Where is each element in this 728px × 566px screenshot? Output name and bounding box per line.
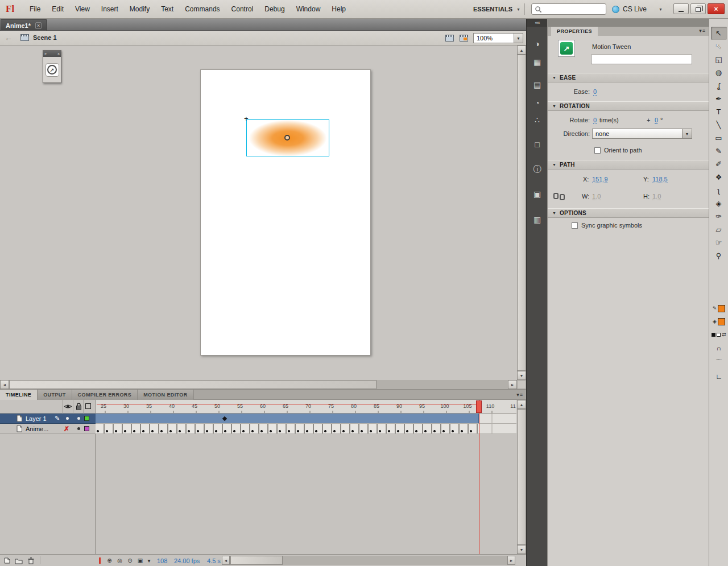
timeline-hscroll-thumb[interactable]: [230, 556, 283, 565]
pencil-tool[interactable]: ✎: [711, 144, 727, 158]
minimize-button[interactable]: [673, 3, 689, 14]
stage-hscroll-thumb[interactable]: [9, 380, 377, 389]
modify-markers-button[interactable]: ▾: [146, 556, 152, 565]
stage-vscroll-thumb[interactable]: [517, 55, 526, 371]
menu-edit[interactable]: Edit: [46, 0, 69, 18]
menu-window[interactable]: Window: [291, 0, 326, 18]
scroll-left-button[interactable]: ◄: [0, 380, 9, 389]
zoom-control[interactable]: 100% ▼: [473, 33, 523, 43]
deco-tool[interactable]: ❖: [711, 171, 727, 184]
menu-text[interactable]: Text: [155, 0, 179, 18]
scroll-down-button[interactable]: ▼: [517, 371, 526, 380]
timeline-vscroll-thumb[interactable]: [517, 409, 526, 545]
hand-tool[interactable]: ☞: [711, 236, 727, 249]
swap-colors-icon[interactable]: ⇄: [722, 332, 726, 337]
snap-to-objects-button[interactable]: ∩: [712, 342, 726, 354]
outline-color-column-icon[interactable]: [85, 403, 91, 409]
pen-tool[interactable]: ✒: [711, 92, 727, 105]
fill-color-control[interactable]: ◈: [713, 316, 725, 327]
chevron-down-icon[interactable]: ▼: [659, 7, 663, 11]
direction-dropdown[interactable]: none ▼: [592, 129, 692, 139]
edit-multiple-frames-button[interactable]: ▣: [135, 556, 145, 565]
layer-name[interactable]: Anime...: [26, 425, 48, 432]
timeline-tab-compiler-errors[interactable]: COMPILER ERRORS: [72, 390, 138, 400]
anime-layer-frames[interactable]: [96, 424, 516, 434]
fill-color-swatch[interactable]: [718, 318, 725, 325]
center-frame-button[interactable]: ⊕: [105, 556, 114, 565]
panel-menu-icon[interactable]: ▾≡: [516, 392, 523, 398]
scroll-up-button[interactable]: ▲: [517, 46, 526, 55]
lock-icon[interactable]: [76, 403, 82, 410]
bone-tool[interactable]: ʅ: [711, 184, 727, 197]
lock-dot[interactable]: [77, 427, 80, 430]
straighten-option-button[interactable]: ∟: [712, 371, 726, 382]
smooth-option-button[interactable]: ⌒: [712, 357, 726, 368]
edit-scene-icon[interactable]: [460, 35, 468, 42]
tween-name-input[interactable]: [591, 55, 692, 64]
breadcrumb[interactable]: Scene 1: [20, 34, 57, 41]
edit-symbols-icon[interactable]: [445, 35, 454, 42]
delete-layer-button[interactable]: [26, 556, 36, 565]
timeline-tab-output[interactable]: OUTPUT: [38, 390, 72, 400]
section-header-ease[interactable]: ▼ EASE: [548, 73, 709, 82]
workspace-switcher[interactable]: ESSENTIALS ▼: [473, 0, 520, 18]
layer-hidden-x-icon[interactable]: ✗: [64, 425, 69, 433]
link-dimensions-icon[interactable]: [553, 193, 566, 200]
layer-row-layer1[interactable]: Layer 1 ✎: [0, 414, 96, 424]
onion-skin-outlines-button[interactable]: ⊙: [125, 556, 135, 565]
w-value[interactable]: 1.0: [592, 193, 601, 200]
new-folder-button[interactable]: [14, 556, 23, 565]
code-snippets-panel-icon[interactable]: ▤: [527, 77, 548, 92]
mini-panel-button[interactable]: ↗: [46, 63, 59, 77]
visibility-dot[interactable]: [66, 417, 69, 420]
zoom-tool[interactable]: ⚲: [711, 249, 727, 262]
stage-pasteboard[interactable]: + » × ↗: [0, 46, 517, 380]
eraser-tool[interactable]: ▱: [711, 223, 727, 236]
rotate-angle-value[interactable]: 0: [655, 117, 658, 124]
x-value[interactable]: 151.9: [592, 176, 608, 183]
mini-panel-header[interactable]: » ×: [43, 51, 61, 57]
transform-point[interactable]: [284, 135, 290, 141]
3d-rotation-tool[interactable]: ◍: [711, 66, 727, 79]
info-panel-icon[interactable]: ⓘ: [527, 162, 548, 177]
components-panel-icon[interactable]: ∴: [527, 113, 548, 127]
restore-button[interactable]: [690, 3, 706, 14]
chevron-down-icon[interactable]: ▼: [682, 129, 692, 138]
back-arrow-icon[interactable]: ←: [5, 33, 13, 42]
expand-panels-button[interactable]: ««: [527, 19, 548, 27]
timeline-tab-motion-editor[interactable]: MOTION EDITOR: [138, 390, 194, 400]
document-tab[interactable]: Anime1* ×: [1, 19, 47, 31]
layer-row-anime[interactable]: Anime... ✗: [0, 424, 96, 434]
lasso-tool[interactable]: ʆ: [711, 79, 727, 92]
color-panel-icon[interactable]: ◑: [527, 36, 548, 51]
rotate-count-value[interactable]: 0: [593, 117, 597, 124]
paint-bucket-tool[interactable]: ◈: [711, 197, 727, 210]
no-color-icon[interactable]: [717, 333, 721, 337]
menu-control[interactable]: Control: [226, 0, 259, 18]
elapsed-time-value[interactable]: 4.5 s: [207, 557, 221, 564]
section-header-options[interactable]: ▼ OPTIONS: [548, 208, 709, 218]
onion-skin-button[interactable]: ◎: [115, 556, 125, 565]
scroll-up-button[interactable]: ▲: [517, 400, 526, 409]
cs-live-button[interactable]: CS Live: [612, 0, 647, 18]
property-keyframe-diamond[interactable]: [222, 416, 227, 421]
close-button[interactable]: ×: [708, 3, 725, 14]
keyframe-cells[interactable]: [96, 424, 479, 433]
text-tool[interactable]: T: [711, 105, 727, 118]
zoom-dropdown-icon[interactable]: ▼: [514, 34, 523, 43]
free-transform-tool[interactable]: ◱: [711, 53, 727, 66]
subselection-tool[interactable]: ↖: [711, 40, 727, 53]
sync-graphic-symbols-checkbox[interactable]: [572, 222, 578, 229]
orient-to-path-checkbox[interactable]: [594, 147, 601, 154]
scroll-left-button[interactable]: ◄: [222, 556, 230, 565]
menu-view[interactable]: View: [69, 0, 96, 18]
search-input[interactable]: [531, 3, 606, 15]
motion-tween-span[interactable]: [96, 414, 479, 423]
brush-tool[interactable]: ✐: [711, 158, 727, 171]
frame-rate-value[interactable]: 24.00 fps: [174, 557, 200, 564]
scroll-right-button[interactable]: ►: [508, 380, 517, 389]
current-frame-value[interactable]: 108: [157, 557, 167, 564]
selection-bounding-box[interactable]: +: [246, 119, 329, 156]
menu-commands[interactable]: Commands: [179, 0, 225, 18]
close-tab-icon[interactable]: ×: [35, 22, 42, 29]
